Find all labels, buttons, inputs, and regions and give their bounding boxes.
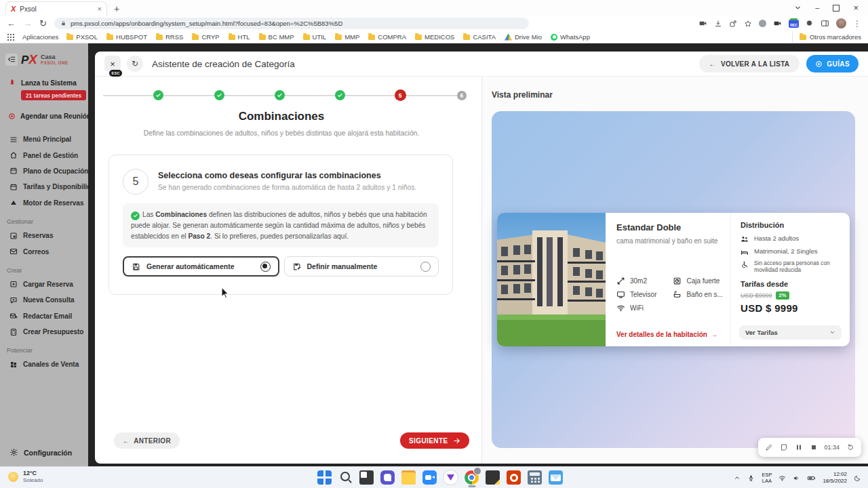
room-details-link[interactable]: Ver detalles de la habitación →: [616, 331, 717, 338]
tray-chevron-up-icon[interactable]: [734, 474, 741, 481]
option-define-manual[interactable]: Definir manualmente: [284, 256, 439, 277]
bookmark-item[interactable]: CRYP: [192, 33, 219, 41]
sidebar-item[interactable]: Crear Presupuesto: [0, 324, 88, 340]
extensions-puzzle-icon[interactable]: [806, 20, 814, 28]
taskbar-app-icon[interactable]: [421, 469, 438, 486]
browser-menu-icon[interactable]: ⋮: [853, 19, 861, 28]
bookmark-item[interactable]: UTIL: [303, 33, 327, 41]
sidebar-item[interactable]: Menú Principal: [0, 131, 88, 147]
sidebar-item[interactable]: Crear: [0, 260, 88, 277]
bookmark-item[interactable]: PXSOL: [66, 33, 98, 41]
back-button[interactable]: ←: [7, 19, 16, 28]
bookmark-star-icon[interactable]: [744, 20, 752, 28]
taskbar-app-icon[interactable]: [463, 469, 480, 486]
wizard-refresh-button[interactable]: ↻: [127, 56, 143, 72]
restart-icon[interactable]: [846, 443, 854, 451]
bookmark-item[interactable]: HTL: [229, 33, 250, 41]
wifi-tray-icon[interactable]: [778, 474, 786, 482]
sidebar-item[interactable]: Correos: [0, 243, 88, 259]
profile-avatar[interactable]: [836, 18, 846, 28]
sidebar-item[interactable]: Reservas: [0, 228, 88, 243]
sidebar-item[interactable]: Nueva Consulta: [0, 292, 88, 308]
sidebar-item[interactable]: Tarifas y Disponibilidad: [0, 179, 88, 195]
step-indicator[interactable]: 6: [457, 91, 467, 100]
bookmark-item[interactable]: MEDICOS: [415, 33, 454, 41]
sidebar-item[interactable]: Gestionar: [0, 211, 88, 228]
taskbar-app-icon[interactable]: [316, 469, 333, 486]
other-bookmarks[interactable]: Otros marcadores: [792, 31, 861, 43]
launch-system-item[interactable]: Lanza tu Sistema 21 tareas pendientes: [8, 79, 85, 100]
option-generate-auto[interactable]: Generar automáticamente: [123, 256, 279, 277]
guides-button[interactable]: GUÍAS: [806, 55, 859, 73]
sidebar-item-configuracion[interactable]: Configuración: [9, 448, 72, 457]
window-menu-chevron-icon[interactable]: [794, 4, 802, 12]
radio-unselected[interactable]: [420, 262, 431, 272]
screenshot-extension-icon[interactable]: [773, 19, 782, 28]
share-icon[interactable]: [729, 20, 737, 28]
taskbar-app-icon[interactable]: [505, 469, 522, 486]
taskbar-app-icon[interactable]: [358, 469, 375, 486]
clock-widget[interactable]: 12:02 18/5/2022: [823, 471, 847, 485]
step-indicator[interactable]: 5: [395, 89, 406, 101]
bookmark-item[interactable]: MMP: [335, 33, 359, 41]
previous-button[interactable]: ← ANTERIOR: [114, 432, 180, 449]
note-icon[interactable]: [780, 443, 788, 451]
view-rates-button[interactable]: Ver Tarifas: [739, 325, 842, 340]
apps-grid-icon[interactable]: [7, 33, 14, 41]
taskbar-app-icon[interactable]: [484, 469, 501, 486]
microphone-icon[interactable]: [747, 474, 755, 482]
step-indicator[interactable]: [153, 90, 163, 100]
bookmark-item[interactable]: BC MMP: [259, 33, 294, 41]
bookmark-item[interactable]: WhatsApp: [551, 33, 590, 41]
url-bar[interactable]: pms.pxsol.com/apps/onboarding/system_set…: [54, 18, 529, 29]
taskbar-app-icon[interactable]: [400, 469, 417, 486]
language-indicator[interactable]: ESPLAA: [762, 472, 772, 485]
apps-label[interactable]: Aplicaciones: [22, 33, 58, 41]
extension-circle-icon[interactable]: [759, 20, 766, 27]
new-tab-button[interactable]: +: [114, 4, 119, 14]
window-close-button[interactable]: ×: [853, 3, 859, 12]
taskbar-app-icon[interactable]: [379, 469, 396, 486]
weather-widget[interactable]: 12°C Soleado: [8, 470, 43, 483]
battery-icon[interactable]: [807, 474, 816, 483]
window-minimize-button[interactable]: –: [815, 4, 819, 12]
pencil-icon[interactable]: [765, 443, 773, 451]
next-button[interactable]: SIGUIENTE: [400, 432, 469, 449]
speaker-icon[interactable]: [793, 474, 800, 482]
taskbar-app-icon[interactable]: [337, 469, 354, 486]
browser-tab[interactable]: X Pxsol ×: [5, 1, 107, 16]
bookmark-item[interactable]: CASITA: [463, 33, 496, 41]
back-to-list-button[interactable]: ← VOLVER A LA LISTA: [699, 55, 800, 73]
step-indicator[interactable]: [335, 90, 345, 100]
side-panel-icon[interactable]: [821, 19, 829, 28]
radio-selected[interactable]: [260, 262, 271, 272]
sidebar-item[interactable]: Canales de Venta: [0, 357, 88, 372]
taskbar-app-icon[interactable]: [526, 469, 543, 486]
bookmark-item[interactable]: HUBSPOT: [106, 33, 147, 41]
download-icon[interactable]: [714, 20, 722, 28]
window-maximize-button[interactable]: [833, 5, 840, 12]
taskbar-app-icon[interactable]: [547, 469, 564, 486]
step-indicator[interactable]: [275, 90, 285, 100]
pxsol-logo[interactable]: PX: [21, 53, 37, 66]
sidebar-item[interactable]: Plano de Ocupación: [0, 163, 88, 179]
sidebar-item[interactable]: Cargar Reserva: [0, 277, 88, 292]
focus-assist-moon-icon[interactable]: [854, 474, 861, 482]
schedule-meeting-item[interactable]: Agendar una Reunión: [8, 113, 88, 120]
tab-close-icon[interactable]: ×: [98, 5, 102, 13]
sidebar-item[interactable]: Potenciar: [0, 340, 88, 357]
sidebar-collapse-button[interactable]: [5, 54, 18, 66]
rec-extension-icon[interactable]: REC: [789, 20, 799, 28]
step-indicator[interactable]: [214, 90, 224, 100]
stop-icon[interactable]: [810, 443, 818, 451]
sidebar-item[interactable]: Redactar Email: [0, 308, 88, 324]
forward-button[interactable]: →: [23, 19, 32, 28]
pause-icon[interactable]: [795, 443, 803, 451]
sidebar-item[interactable]: Panel de Gestión: [0, 147, 88, 163]
bookmark-item[interactable]: Drive Mio: [505, 33, 542, 41]
taskbar-app-icon[interactable]: [442, 469, 459, 486]
bookmark-item[interactable]: COMPRA: [368, 33, 406, 41]
bookmark-item[interactable]: RRSS: [156, 33, 183, 41]
reload-button[interactable]: ↻: [39, 19, 47, 28]
sidebar-item[interactable]: Motor de Reservas: [0, 195, 88, 211]
